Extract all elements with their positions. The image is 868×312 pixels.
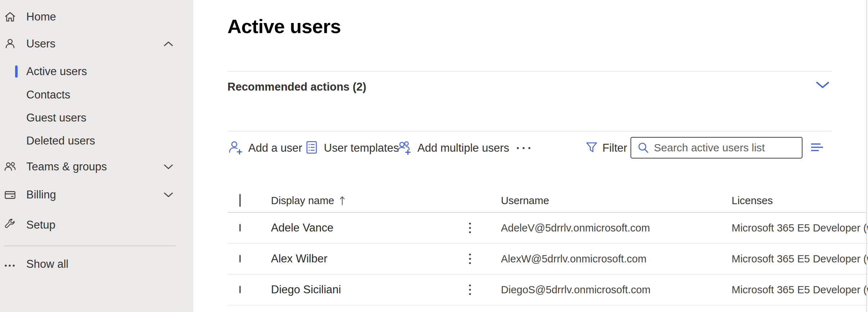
chevron-down-icon (163, 164, 173, 170)
ellipsis-icon (4, 259, 17, 272)
scrollbar-track-edge (866, 0, 867, 312)
user-templates-button[interactable]: User templates (304, 138, 399, 159)
person-add-icon (227, 139, 243, 157)
sidebar-item-home[interactable]: Home (0, 4, 193, 30)
chevron-down-icon[interactable] (816, 82, 829, 88)
user-display-name[interactable]: Diego Siciliani (271, 283, 341, 296)
user-display-name[interactable]: Alex Wilber (271, 252, 327, 265)
column-header-label: Display name (271, 195, 334, 207)
sidebar-item-deleted-users[interactable]: Deleted users (0, 129, 193, 152)
user-licenses: Microsoft 365 E5 Developer (withou (732, 253, 868, 265)
payment-card-icon (4, 188, 17, 201)
row-checkbox[interactable] (239, 225, 241, 231)
search-icon (637, 141, 650, 154)
sidebar-item-label: Users (26, 37, 55, 50)
more-ellipsis-icon (516, 145, 533, 151)
chevron-up-icon (163, 41, 173, 47)
search-input[interactable] (654, 142, 797, 154)
filter-funnel-icon (585, 141, 598, 155)
sidebar-item-label: Active users (26, 65, 87, 78)
sidebar-item-label: Setup (26, 219, 55, 231)
sidebar-item-label: Billing (26, 188, 56, 201)
sidebar: Home Users Active users Contacts (0, 0, 193, 312)
sort-ascending-icon (339, 196, 345, 206)
toolbar-button-label: Add multiple users (417, 142, 509, 155)
user-username: DiegoS@5drrlv.onmicrosoft.com (501, 284, 651, 296)
column-header-username[interactable]: Username (501, 195, 549, 207)
table-row: Alex Wilber AlexW@5drrlv.onmicrosoft.com… (227, 244, 868, 275)
sidebar-item-label: Guest users (26, 111, 86, 124)
section-divider (227, 131, 832, 132)
filter-label: Filter (602, 142, 627, 155)
active-users-page: Home Users Active users Contacts (0, 0, 868, 312)
people-add-icon (397, 139, 412, 157)
sidebar-item-setup[interactable]: Setup (0, 211, 193, 239)
user-licenses: Microsoft 365 E5 Developer (withou (732, 222, 868, 234)
column-header-licenses[interactable]: Licenses (732, 195, 773, 207)
sidebar-item-label: Deleted users (26, 134, 95, 147)
sidebar-item-label: Home (26, 10, 56, 23)
search-box (630, 137, 803, 159)
column-header-display-name[interactable]: Display name (271, 195, 345, 207)
sidebar-item-users[interactable]: Users (0, 30, 193, 58)
table-header-row: Display name Username Licenses (227, 189, 867, 213)
user-username: AdeleV@5drrlv.onmicrosoft.com (501, 222, 650, 234)
section-divider (227, 71, 832, 72)
selected-indicator (15, 65, 18, 78)
recommended-actions-accordion[interactable]: Recommended actions (2) (227, 78, 832, 96)
user-display-name[interactable]: Adele Vance (271, 221, 334, 234)
add-multiple-users-button[interactable]: Add multiple users (397, 138, 509, 159)
sidebar-item-guest-users[interactable]: Guest users (0, 106, 193, 129)
select-all-checkbox[interactable] (239, 195, 241, 207)
more-actions-button[interactable] (516, 138, 533, 159)
toolbar-button-label: Add a user (248, 142, 302, 155)
user-username: AlexW@5drrlv.onmicrosoft.com (501, 253, 646, 265)
more-options-kebab-icon[interactable] (468, 252, 472, 265)
wrench-icon (4, 219, 17, 231)
toolbar-button-label: User templates (324, 142, 399, 155)
sidebar-item-teams-groups[interactable]: Teams & groups (0, 153, 193, 180)
sidebar-item-label: Teams & groups (26, 160, 107, 173)
home-icon (4, 10, 17, 23)
sidebar-item-label: Show all (26, 258, 68, 271)
add-a-user-button[interactable]: Add a user (227, 138, 302, 159)
person-icon (4, 37, 17, 50)
sidebar-item-label: Contacts (26, 88, 70, 101)
recommended-actions-label: Recommended actions (2) (227, 81, 366, 93)
more-options-kebab-icon[interactable] (468, 283, 472, 296)
table-row: Diego Siciliani DiegoS@5drrlv.onmicrosof… (227, 275, 868, 306)
people-icon (4, 160, 17, 173)
table-row: Adele Vance AdeleV@5drrlv.onmicrosoft.co… (227, 213, 868, 244)
more-options-kebab-icon[interactable] (468, 221, 472, 234)
row-checkbox[interactable] (239, 256, 241, 262)
row-checkbox[interactable] (239, 286, 241, 293)
sidebar-item-show-all[interactable]: Show all (0, 252, 193, 277)
chevron-down-icon (163, 192, 173, 198)
sidebar-divider (4, 246, 176, 246)
template-icon (304, 139, 319, 157)
sidebar-item-billing[interactable]: Billing (0, 181, 193, 208)
sidebar-item-contacts[interactable]: Contacts (0, 83, 193, 106)
page-title: Active users (227, 15, 341, 37)
sort-lines-icon[interactable] (811, 143, 823, 152)
user-licenses: Microsoft 365 E5 Developer (withou (732, 284, 868, 296)
filter-button[interactable]: Filter (585, 138, 627, 159)
sidebar-item-active-users[interactable]: Active users (0, 60, 193, 83)
